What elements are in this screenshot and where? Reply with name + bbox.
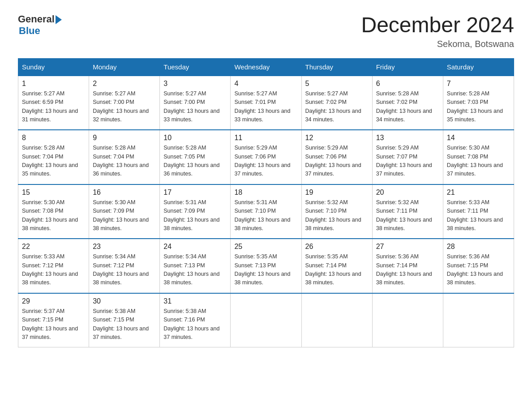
week-row-1: 1 Sunrise: 5:27 AMSunset: 6:59 PMDayligh… bbox=[18, 76, 514, 130]
calendar-cell: 3 Sunrise: 5:27 AMSunset: 7:00 PMDayligh… bbox=[160, 76, 231, 130]
calendar-cell: 28 Sunrise: 5:36 AMSunset: 7:15 PMDaylig… bbox=[443, 239, 514, 293]
calendar-cell: 15 Sunrise: 5:30 AMSunset: 7:08 PMDaylig… bbox=[18, 184, 89, 239]
calendar-cell: 16 Sunrise: 5:30 AMSunset: 7:09 PMDaylig… bbox=[89, 184, 160, 239]
calendar-cell: 20 Sunrise: 5:32 AMSunset: 7:11 PMDaylig… bbox=[372, 184, 443, 239]
calendar-cell: 18 Sunrise: 5:31 AMSunset: 7:10 PMDaylig… bbox=[231, 184, 301, 239]
calendar-cell: 11 Sunrise: 5:29 AMSunset: 7:06 PMDaylig… bbox=[231, 130, 301, 184]
day-number: 2 bbox=[93, 80, 156, 88]
day-number: 7 bbox=[447, 80, 510, 88]
day-number: 30 bbox=[93, 297, 156, 305]
calendar-cell bbox=[372, 293, 443, 347]
day-info: Sunrise: 5:38 AMSunset: 7:16 PMDaylight:… bbox=[163, 307, 227, 342]
day-number: 15 bbox=[22, 188, 85, 197]
calendar-cell: 31 Sunrise: 5:38 AMSunset: 7:16 PMDaylig… bbox=[160, 293, 231, 347]
day-info: Sunrise: 5:31 AMSunset: 7:10 PMDaylight:… bbox=[234, 198, 297, 233]
calendar-cell: 5 Sunrise: 5:27 AMSunset: 7:02 PMDayligh… bbox=[301, 76, 372, 130]
day-info: Sunrise: 5:34 AMSunset: 7:13 PMDaylight:… bbox=[163, 253, 227, 287]
calendar-cell: 2 Sunrise: 5:27 AMSunset: 7:00 PMDayligh… bbox=[89, 76, 160, 130]
calendar-cell: 13 Sunrise: 5:29 AMSunset: 7:07 PMDaylig… bbox=[372, 130, 443, 184]
day-info: Sunrise: 5:32 AMSunset: 7:10 PMDaylight:… bbox=[305, 198, 369, 233]
day-number: 6 bbox=[376, 80, 439, 88]
day-info: Sunrise: 5:29 AMSunset: 7:06 PMDaylight:… bbox=[305, 144, 369, 179]
day-number: 29 bbox=[22, 297, 85, 305]
day-info: Sunrise: 5:30 AMSunset: 7:08 PMDaylight:… bbox=[22, 198, 85, 233]
day-info: Sunrise: 5:31 AMSunset: 7:09 PMDaylight:… bbox=[163, 198, 227, 233]
header-thursday: Thursday bbox=[301, 58, 372, 76]
day-info: Sunrise: 5:27 AMSunset: 7:00 PMDaylight:… bbox=[93, 90, 156, 124]
calendar-cell: 4 Sunrise: 5:27 AMSunset: 7:01 PMDayligh… bbox=[231, 76, 301, 130]
logo-text-general: General bbox=[18, 13, 55, 25]
calendar-body: 1 Sunrise: 5:27 AMSunset: 6:59 PMDayligh… bbox=[18, 76, 514, 347]
day-info: Sunrise: 5:35 AMSunset: 7:14 PMDaylight:… bbox=[305, 253, 369, 287]
day-info: Sunrise: 5:28 AMSunset: 7:02 PMDaylight:… bbox=[376, 90, 439, 124]
header-tuesday: Tuesday bbox=[160, 58, 231, 76]
calendar-cell: 7 Sunrise: 5:28 AMSunset: 7:03 PMDayligh… bbox=[443, 76, 514, 130]
day-info: Sunrise: 5:27 AMSunset: 7:01 PMDaylight:… bbox=[234, 90, 297, 124]
day-number: 18 bbox=[234, 188, 297, 197]
day-info: Sunrise: 5:29 AMSunset: 7:07 PMDaylight:… bbox=[376, 144, 439, 179]
calendar-cell: 22 Sunrise: 5:33 AMSunset: 7:12 PMDaylig… bbox=[18, 239, 89, 293]
day-number: 28 bbox=[447, 243, 510, 251]
calendar-cell: 8 Sunrise: 5:28 AMSunset: 7:04 PMDayligh… bbox=[18, 130, 89, 184]
day-number: 16 bbox=[93, 188, 156, 197]
day-info: Sunrise: 5:34 AMSunset: 7:12 PMDaylight:… bbox=[93, 253, 156, 287]
day-number: 14 bbox=[447, 134, 510, 142]
day-info: Sunrise: 5:28 AMSunset: 7:04 PMDaylight:… bbox=[22, 144, 85, 179]
day-number: 13 bbox=[376, 134, 439, 142]
day-number: 5 bbox=[305, 80, 369, 88]
logo-text-blue: Blue bbox=[19, 25, 62, 37]
calendar-cell: 6 Sunrise: 5:28 AMSunset: 7:02 PMDayligh… bbox=[372, 76, 443, 130]
logo: General Blue bbox=[18, 13, 62, 37]
day-number: 1 bbox=[22, 80, 85, 88]
header-sunday: Sunday bbox=[18, 58, 89, 76]
day-info: Sunrise: 5:33 AMSunset: 7:11 PMDaylight:… bbox=[447, 198, 510, 233]
calendar-cell: 27 Sunrise: 5:36 AMSunset: 7:14 PMDaylig… bbox=[372, 239, 443, 293]
day-info: Sunrise: 5:28 AMSunset: 7:04 PMDaylight:… bbox=[93, 144, 156, 179]
day-number: 23 bbox=[93, 243, 156, 251]
day-info: Sunrise: 5:30 AMSunset: 7:09 PMDaylight:… bbox=[93, 198, 156, 233]
day-info: Sunrise: 5:32 AMSunset: 7:11 PMDaylight:… bbox=[376, 198, 439, 233]
day-info: Sunrise: 5:35 AMSunset: 7:13 PMDaylight:… bbox=[234, 253, 297, 287]
header-monday: Monday bbox=[89, 58, 160, 76]
day-number: 9 bbox=[93, 134, 156, 142]
calendar-cell: 23 Sunrise: 5:34 AMSunset: 7:12 PMDaylig… bbox=[89, 239, 160, 293]
day-info: Sunrise: 5:30 AMSunset: 7:08 PMDaylight:… bbox=[447, 144, 510, 179]
day-number: 19 bbox=[305, 188, 369, 197]
week-row-4: 22 Sunrise: 5:33 AMSunset: 7:12 PMDaylig… bbox=[18, 239, 514, 293]
calendar-cell: 21 Sunrise: 5:33 AMSunset: 7:11 PMDaylig… bbox=[443, 184, 514, 239]
day-number: 20 bbox=[376, 188, 439, 197]
calendar-cell: 14 Sunrise: 5:30 AMSunset: 7:08 PMDaylig… bbox=[443, 130, 514, 184]
day-info: Sunrise: 5:38 AMSunset: 7:15 PMDaylight:… bbox=[93, 307, 156, 342]
day-number: 4 bbox=[234, 80, 297, 88]
day-number: 8 bbox=[22, 134, 85, 142]
calendar-cell: 12 Sunrise: 5:29 AMSunset: 7:06 PMDaylig… bbox=[301, 130, 372, 184]
calendar-cell bbox=[443, 293, 514, 347]
calendar-cell: 10 Sunrise: 5:28 AMSunset: 7:05 PMDaylig… bbox=[160, 130, 231, 184]
calendar-cell bbox=[231, 293, 301, 347]
header-wednesday: Wednesday bbox=[231, 58, 301, 76]
calendar-cell: 30 Sunrise: 5:38 AMSunset: 7:15 PMDaylig… bbox=[89, 293, 160, 347]
day-info: Sunrise: 5:28 AMSunset: 7:03 PMDaylight:… bbox=[447, 90, 510, 124]
calendar-table: SundayMondayTuesdayWednesdayThursdayFrid… bbox=[18, 58, 514, 348]
calendar-cell: 9 Sunrise: 5:28 AMSunset: 7:04 PMDayligh… bbox=[89, 130, 160, 184]
day-number: 12 bbox=[305, 134, 369, 142]
page-header: General Blue December 2024 Sekoma, Botsw… bbox=[18, 13, 514, 49]
day-number: 27 bbox=[376, 243, 439, 251]
day-info: Sunrise: 5:29 AMSunset: 7:06 PMDaylight:… bbox=[234, 144, 297, 179]
calendar-cell: 26 Sunrise: 5:35 AMSunset: 7:14 PMDaylig… bbox=[301, 239, 372, 293]
calendar-subtitle: Sekoma, Botswana bbox=[361, 39, 514, 49]
calendar-cell: 29 Sunrise: 5:37 AMSunset: 7:15 PMDaylig… bbox=[18, 293, 89, 347]
title-block: December 2024 Sekoma, Botswana bbox=[361, 13, 514, 49]
calendar-cell: 24 Sunrise: 5:34 AMSunset: 7:13 PMDaylig… bbox=[160, 239, 231, 293]
day-info: Sunrise: 5:27 AMSunset: 7:00 PMDaylight:… bbox=[163, 90, 227, 124]
header-row: SundayMondayTuesdayWednesdayThursdayFrid… bbox=[18, 58, 514, 76]
day-number: 22 bbox=[22, 243, 85, 251]
day-number: 3 bbox=[163, 80, 227, 88]
day-info: Sunrise: 5:36 AMSunset: 7:14 PMDaylight:… bbox=[376, 253, 439, 287]
day-number: 31 bbox=[163, 297, 227, 305]
week-row-3: 15 Sunrise: 5:30 AMSunset: 7:08 PMDaylig… bbox=[18, 184, 514, 239]
day-info: Sunrise: 5:27 AMSunset: 6:59 PMDaylight:… bbox=[22, 90, 85, 124]
day-info: Sunrise: 5:33 AMSunset: 7:12 PMDaylight:… bbox=[22, 253, 85, 287]
calendar-cell: 19 Sunrise: 5:32 AMSunset: 7:10 PMDaylig… bbox=[301, 184, 372, 239]
logo-arrow-icon bbox=[56, 15, 62, 24]
